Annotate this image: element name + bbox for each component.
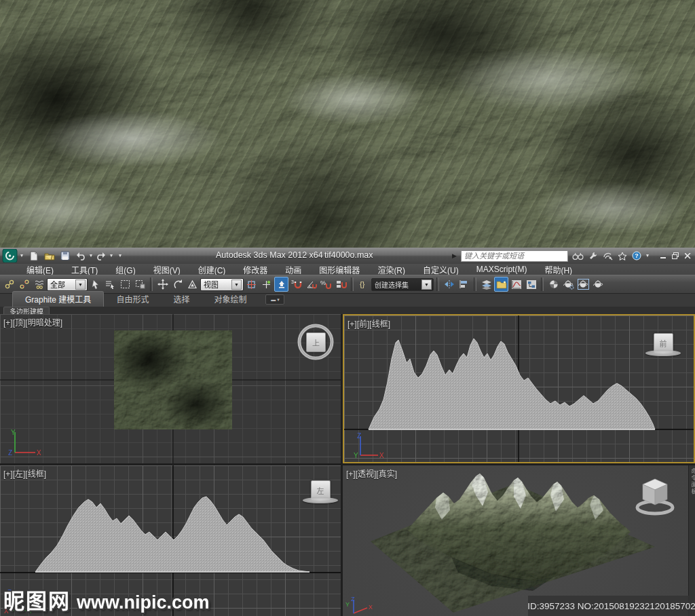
- undo-icon[interactable]: [74, 250, 88, 262]
- watermark-site-url: www.nipic.com: [77, 592, 210, 613]
- undo-caret-icon[interactable]: ▾: [90, 253, 92, 258]
- menu-create[interactable]: 创建(C): [189, 264, 235, 275]
- tab-graphite-modeling[interactable]: Graphite 建模工具: [12, 291, 104, 307]
- schematic-view-icon[interactable]: [524, 277, 538, 292]
- redo-icon[interactable]: [94, 250, 108, 262]
- render-setup-icon[interactable]: [561, 277, 576, 292]
- terrain-top-view[interactable]: [114, 330, 232, 429]
- tab-selection[interactable]: 选择: [161, 292, 202, 307]
- align-icon[interactable]: [457, 277, 471, 292]
- viewport-perspective[interactable]: [+][透视][真实] X Z Y: [343, 465, 695, 616]
- viewport-top-label[interactable]: [+][顶][明暗处理]: [3, 316, 62, 328]
- qat-customize-caret-icon[interactable]: ▾: [119, 253, 121, 258]
- help-caret-icon[interactable]: ▾: [646, 253, 649, 258]
- select-by-name-icon[interactable]: [103, 277, 117, 292]
- menu-customize[interactable]: 自定义(U): [414, 264, 468, 275]
- named-sets-dropdown[interactable]: 创建选择集 ▼: [371, 278, 434, 291]
- search-input[interactable]: [461, 250, 568, 262]
- select-object-icon[interactable]: [88, 277, 102, 292]
- menu-graph-editors[interactable]: 图形编辑器: [310, 264, 369, 275]
- bind-to-space-warp-icon[interactable]: [32, 277, 46, 292]
- viewport-perspective-label[interactable]: [+][透视][真实]: [346, 467, 397, 479]
- viewcube-top[interactable]: 上: [296, 322, 335, 362]
- snaps-toggle-icon[interactable]: 3: [289, 277, 303, 292]
- menu-help[interactable]: 帮助(H): [536, 264, 581, 275]
- reference-coordinate-dropdown[interactable]: 视图 ▼: [200, 278, 244, 291]
- menu-rendering[interactable]: 渲染(R): [369, 264, 414, 275]
- reference-coordinate-caret-icon[interactable]: ▼: [231, 280, 242, 290]
- command-panel-vertical-tab[interactable]: 命令面板: [690, 468, 695, 495]
- mirror-icon[interactable]: [442, 277, 456, 292]
- command-panel-strip[interactable]: 命令面板: [688, 465, 695, 616]
- toolbar-separator: [351, 277, 354, 291]
- toolbar-separator: [541, 277, 544, 291]
- rendered-frame-window-icon[interactable]: [576, 277, 590, 292]
- ribbon-options-icon[interactable]: ▬ ▾: [265, 294, 284, 305]
- subtab-polygon-modeling[interactable]: 多边形建模: [3, 307, 50, 314]
- layer-manager-icon[interactable]: [479, 277, 493, 292]
- menu-maxscript[interactable]: MAXScript(M): [468, 265, 536, 274]
- open-file-icon[interactable]: [43, 250, 56, 262]
- tab-freeform[interactable]: 自由形式: [104, 292, 161, 307]
- viewport-front-label[interactable]: [+][前][线框]: [348, 317, 390, 329]
- window-crossing-icon[interactable]: [133, 277, 147, 292]
- communication-center-icon[interactable]: [603, 252, 613, 261]
- viewport-top[interactable]: [+][顶][明暗处理] 上 X Y Z: [0, 314, 341, 463]
- render-production-icon[interactable]: [591, 277, 605, 292]
- minimize-button[interactable]: [658, 251, 668, 261]
- spinner-snap-icon[interactable]: [334, 277, 348, 292]
- menu-animation[interactable]: 动画: [276, 264, 310, 275]
- menu-tools[interactable]: 工具(T): [62, 264, 107, 275]
- material-editor-icon[interactable]: [546, 277, 561, 292]
- selection-filter-dropdown[interactable]: 全部 ▼: [47, 278, 88, 291]
- viewport-front[interactable]: [+][前][线框] 前 X Z Y: [343, 314, 695, 463]
- close-button[interactable]: [683, 251, 692, 261]
- percent-snap-icon[interactable]: %: [319, 277, 333, 292]
- search-binoculars-icon[interactable]: [572, 252, 584, 261]
- rectangular-selection-icon[interactable]: [118, 277, 132, 292]
- angle-snap-icon[interactable]: [304, 277, 318, 292]
- quick-access-toolbar: ▾ ▾ ▾: [27, 250, 121, 262]
- restore-button[interactable]: [671, 251, 680, 261]
- new-file-icon[interactable]: [27, 250, 41, 262]
- menu-views[interactable]: 视图(V): [145, 264, 189, 275]
- curve-editor-icon[interactable]: [509, 277, 523, 292]
- redo-caret-icon[interactable]: ▾: [110, 253, 113, 258]
- help-icon[interactable]: ?: [632, 251, 641, 261]
- infocenter-collapse-icon[interactable]: ▶: [452, 252, 457, 259]
- graphite-ribbon-toggle-icon[interactable]: [494, 277, 508, 292]
- viewport-left-label[interactable]: [+][左][线框]: [3, 467, 46, 479]
- svg-text:Z: Z: [357, 432, 361, 440]
- select-and-scale-icon[interactable]: [185, 277, 200, 292]
- favorites-star-icon[interactable]: [618, 252, 627, 261]
- viewcube-perspective[interactable]: [631, 474, 679, 520]
- named-sets-caret-icon[interactable]: ▼: [421, 280, 432, 290]
- unlink-selection-icon[interactable]: [17, 277, 31, 292]
- viewcube-front[interactable]: 前: [645, 333, 681, 356]
- named-sets-value: 创建选择集: [375, 280, 419, 290]
- edit-named-sets-icon[interactable]: {}: [356, 277, 371, 292]
- select-and-manipulate-icon[interactable]: [259, 277, 274, 292]
- 3dsmax-logo[interactable]: [0, 248, 20, 264]
- menu-modifiers[interactable]: 修改器: [234, 264, 276, 275]
- tab-object-paint[interactable]: 对象绘制: [202, 292, 259, 307]
- logo-caret-icon[interactable]: ▾: [20, 253, 23, 258]
- terrain-front-wireframe[interactable]: [344, 315, 694, 462]
- use-pivot-point-icon[interactable]: [244, 277, 259, 292]
- viewcube-left[interactable]: 左: [303, 480, 338, 503]
- select-and-move-icon[interactable]: [155, 277, 170, 292]
- svg-text:X: X: [379, 452, 384, 459]
- menu-edit[interactable]: 编辑(E): [18, 264, 62, 275]
- save-file-icon[interactable]: [58, 250, 72, 262]
- select-and-rotate-icon[interactable]: [170, 277, 185, 292]
- menu-group[interactable]: 组(G): [107, 264, 144, 275]
- select-and-link-icon[interactable]: [2, 277, 16, 292]
- svg-text:Y: Y: [11, 429, 16, 436]
- selection-filter-caret-icon[interactable]: ▼: [75, 280, 86, 290]
- keyboard-shortcut-override-icon[interactable]: [274, 277, 288, 292]
- viewcube-face-top[interactable]: 上: [306, 332, 326, 352]
- open-filename: tif4000o.max: [324, 250, 373, 260]
- wrench-icon[interactable]: [588, 251, 598, 261]
- viewport-area: [+][顶][明暗处理] 上 X Y Z [+][前][线框]: [0, 314, 695, 616]
- svg-text:Y: Y: [345, 601, 350, 608]
